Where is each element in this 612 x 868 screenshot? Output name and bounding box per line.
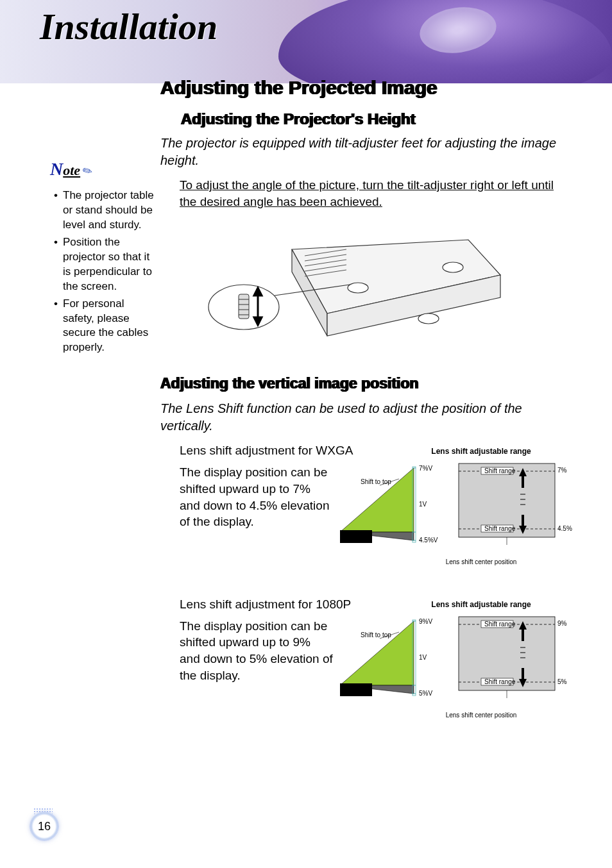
svg-rect-41	[340, 683, 372, 696]
pencil-icon: ✎	[80, 163, 96, 180]
lbl-1v: 1V	[419, 654, 427, 661]
svg-point-7	[418, 313, 439, 324]
section-title: Installation	[40, 5, 217, 48]
lbl-1v: 1V	[419, 501, 427, 508]
page-number: 16	[38, 820, 51, 833]
lbl-right-upper: 9%	[557, 620, 567, 627]
chart-1080p-beam: 9%V 1V 5%V Shift to top	[340, 612, 439, 698]
note-label: Note✎	[50, 159, 156, 179]
svg-point-5	[348, 283, 368, 293]
lbl-range-top: Shift range	[484, 621, 516, 628]
lbl-shift-top: Shift to top	[361, 478, 391, 485]
note-list: The projector table or stand should be l…	[50, 188, 156, 355]
note-ote-letters: ote	[63, 162, 80, 178]
chart-title-wxga: Lens shift adjustable range	[411, 447, 552, 456]
main-content: Adjusting the Projected Image Adjusting …	[160, 77, 571, 719]
lbl-lower: 5%V	[419, 690, 432, 697]
svg-marker-18	[340, 468, 414, 532]
lbl-lower: 4.5%V	[419, 537, 438, 544]
chart-wxga-beam: 7%V 1V 4.5%V Shift to top	[340, 458, 439, 545]
svg-rect-20	[340, 530, 372, 543]
chart-1080p: Lens shift adjustable range 9%V 1V 5%V S…	[160, 600, 571, 719]
svg-point-6	[443, 262, 463, 272]
chart-wxga-range: Shift range Shift range 7%	[452, 458, 568, 545]
lbl-range-top: Shift range	[484, 467, 516, 474]
intro-text-vertical: The Lens Shift function can be used to a…	[160, 400, 571, 435]
lbl-range-bot: Shift range	[484, 525, 516, 532]
lbl-range-bot: Shift range	[484, 678, 516, 685]
svg-rect-55	[522, 668, 524, 680]
note-item: Position the projector so that it is per…	[50, 235, 156, 294]
svg-marker-39	[340, 621, 414, 685]
subheading-vertical: Adjusting the vertical image position	[160, 375, 571, 392]
chart-caption-wxga: Lens shift center position	[417, 558, 545, 565]
chart-wxga: Lens shift adjustable range 7%V 1V 4.5%V…	[160, 447, 571, 565]
lbl-right-lower: 4.5%	[557, 525, 572, 532]
lbl-shift-top: Shift to top	[361, 631, 391, 638]
chart-caption-1080p: Lens shift center position	[417, 712, 545, 719]
note-item: The projector table or stand should be l…	[50, 188, 156, 233]
subheading-height: Adjusting the Projector's Height	[181, 110, 571, 128]
svg-rect-34	[522, 515, 524, 526]
chart-title-1080p: Lens shift adjustable range	[411, 600, 552, 609]
chart-1080p-range: Shift range Shift range 9% 5%	[452, 612, 568, 698]
page-heading: Adjusting the Projected Image	[160, 77, 571, 99]
lbl-right-upper: 7%	[557, 467, 567, 474]
svg-rect-53	[522, 630, 524, 641]
lbl-upper: 9%V	[419, 618, 432, 625]
svg-rect-32	[522, 476, 524, 488]
note-item: For personal safety, please secure the c…	[50, 297, 156, 356]
projector-illustration	[199, 224, 520, 365]
instruction-text: To adjust the angle of the picture, turn…	[180, 177, 571, 210]
note-sidebar: Note✎ The projector table or stand shoul…	[50, 159, 156, 358]
lbl-upper: 7%V	[419, 465, 432, 472]
lbl-right-lower: 5%	[557, 678, 567, 685]
intro-text-height: The projector is equipped with tilt-adju…	[160, 135, 571, 169]
note-n-letter: N	[50, 159, 63, 179]
page-number-badge: 16	[30, 812, 59, 841]
